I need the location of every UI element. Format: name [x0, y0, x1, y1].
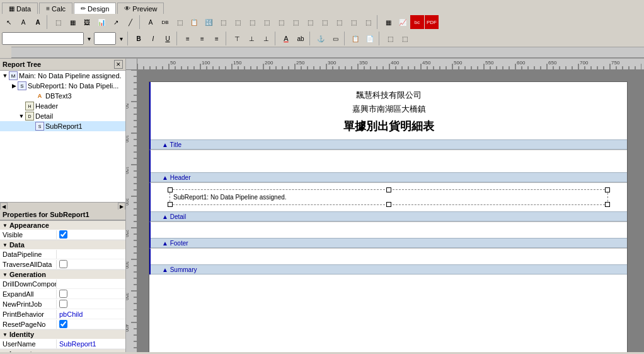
tool10[interactable]: DB	[158, 15, 172, 29]
tool6[interactable]: 📊	[95, 15, 108, 29]
tool12[interactable]: 📋	[187, 15, 201, 29]
svg-text:300: 300	[126, 261, 129, 269]
handle-tr[interactable]	[605, 187, 610, 192]
toolbar-row2: Arial ▾ 16 ▾ B I U ≡ ≡ ≡ ⊤ ⊥ ⊥ A ab ⚓ ▭ …	[0, 30, 644, 47]
tree-item-header[interactable]: H Header	[0, 101, 125, 111]
align-bottom-btn[interactable]: ⊥	[259, 32, 273, 45]
traverseall-checkbox[interactable]	[59, 260, 67, 268]
align-top-btn[interactable]: ⊤	[230, 32, 244, 45]
sep5	[176, 32, 179, 45]
props-section-identity-header[interactable]: ▼ Identity	[0, 330, 125, 339]
tab-preview[interactable]: 👁 Preview	[117, 3, 164, 14]
props-section-data-header[interactable]: ▼ Data	[0, 240, 125, 249]
resetpageno-checkbox[interactable]	[59, 320, 67, 328]
bold-btn[interactable]: B	[132, 32, 146, 45]
newprintjob-label: NewPrintJob	[0, 300, 57, 309]
font-name-input[interactable]: Arial	[2, 32, 84, 45]
props-row-username: UserName SubReport1	[0, 339, 125, 349]
font-dropdown-btn[interactable]: ▾	[84, 32, 93, 45]
pdf-btn[interactable]: PDF	[425, 15, 439, 29]
font-size-input[interactable]: 16	[94, 32, 116, 45]
frame-btn[interactable]: ▭	[328, 32, 342, 45]
tool13[interactable]: 🔣	[202, 15, 216, 29]
underline-btn[interactable]: U	[161, 32, 175, 45]
tool7[interactable]: ↗	[109, 15, 123, 29]
size-dropdown-btn[interactable]: ▾	[117, 32, 125, 45]
align-left-btn[interactable]: ≡	[181, 32, 195, 45]
tool11[interactable]: ⬚	[173, 15, 187, 29]
tool23[interactable]: ⬚	[347, 15, 360, 29]
tool21[interactable]: ⬚	[318, 15, 331, 29]
text-tool-btn[interactable]: A	[16, 15, 30, 29]
tool19[interactable]: ⬚	[289, 15, 302, 29]
layout-section-label: Layout	[9, 350, 32, 352]
expandall-checkbox[interactable]	[59, 290, 67, 298]
handle-br[interactable]	[605, 202, 610, 207]
table-btn[interactable]: ▦	[381, 15, 395, 29]
sep7	[275, 32, 277, 45]
tab-calc[interactable]: ≡ Calc	[39, 3, 72, 14]
tab-design[interactable]: ✏ Design	[74, 3, 116, 14]
tool14[interactable]: ⬚	[216, 15, 230, 29]
sub1-expand-arrow[interactable]: ▶	[10, 83, 18, 89]
tree-item-dbtext3-label: DBText3	[45, 92, 72, 100]
tool8[interactable]: ╱	[124, 15, 137, 29]
tool17[interactable]: ⬚	[260, 15, 273, 29]
handle-tm[interactable]	[386, 187, 391, 192]
tree-item-subreport1-leaf[interactable]: S SubReport1	[0, 121, 125, 131]
copy-fmt-btn[interactable]: 📋	[348, 32, 362, 45]
handle-tl[interactable]	[168, 187, 173, 192]
tool20[interactable]: ⬚	[303, 15, 317, 29]
arrow-tool-btn[interactable]: ↖	[2, 15, 16, 29]
detail-bar-label: ▲ Detail	[162, 213, 186, 220]
tool4[interactable]: ▦	[66, 15, 79, 29]
canvas-scroll[interactable]: 飄慧科技有限公司 嘉興市南湖區大橋鎮 單據別出貨明細表 ▲ Title	[137, 70, 644, 352]
tool24[interactable]: ⬚	[361, 15, 375, 29]
paste-fmt-btn[interactable]: 📄	[363, 32, 377, 45]
svg-text:200: 200	[265, 60, 273, 66]
newprintjob-checkbox[interactable]	[59, 300, 67, 308]
tool5[interactable]: 🖼	[80, 15, 94, 29]
anchor-btn[interactable]: ⚓	[314, 32, 328, 45]
tree-item-dbtext3[interactable]: A DBText3	[0, 91, 125, 101]
bold-text-btn[interactable]: A	[31, 15, 45, 29]
identity-section-label: Identity	[9, 331, 34, 338]
align-middle-btn[interactable]: ⊥	[244, 32, 258, 45]
title-section: 飄慧科技有限公司 嘉興市南湖區大橋鎮 單據別出貨明細表 ▲ Title	[149, 82, 627, 150]
tool16[interactable]: ⬚	[245, 15, 259, 29]
tree-item-detail[interactable]: ▼ D Detail	[0, 111, 125, 121]
main-expand-arrow[interactable]: ▼	[1, 73, 9, 79]
close-tree-btn[interactable]: ✕	[114, 60, 123, 69]
appearance-expand-icon: ▼	[3, 223, 8, 228]
tree-item-main[interactable]: ▼ M Main: No Data Pipeline assigned.	[0, 71, 125, 81]
tool9[interactable]: A	[144, 15, 158, 29]
italic-btn[interactable]: I	[146, 32, 160, 45]
align-right-btn[interactable]: ≡	[210, 32, 224, 45]
left-panel: Report Tree ✕ ▼ M Main: No Data Pipeline…	[0, 59, 126, 352]
footer-bar-label: ▲ Footer	[162, 240, 188, 247]
handle-bl[interactable]	[168, 202, 173, 207]
svg-text:700: 700	[580, 60, 589, 66]
tool15[interactable]: ⬚	[231, 15, 244, 29]
barcode-btn[interactable]: bc	[410, 15, 424, 29]
layout-expand-icon: ▼	[3, 351, 8, 353]
extra-btn[interactable]: ⬚	[383, 32, 397, 45]
tab-data[interactable]: ▦ Data	[2, 3, 38, 14]
tool22[interactable]: ⬚	[332, 15, 346, 29]
tool18[interactable]: ⬚	[274, 15, 288, 29]
tool3[interactable]: ⬚	[51, 15, 65, 29]
align-center-btn[interactable]: ≡	[195, 32, 209, 45]
font-color-btn[interactable]: A	[279, 32, 293, 45]
props-section-layout-header[interactable]: ▼ Layout	[0, 350, 125, 352]
handle-bm[interactable]	[386, 202, 391, 207]
v-ruler: 50100150200250300350400450500	[126, 70, 137, 352]
props-section-gen-header[interactable]: ▼ Generation	[0, 270, 125, 279]
preview-tab-icon: 👁	[124, 5, 130, 12]
extra-btn2[interactable]: ⬚	[398, 32, 411, 45]
chart-btn[interactable]: 📈	[396, 15, 410, 29]
visible-checkbox[interactable]	[59, 230, 67, 239]
highlight-btn[interactable]: ab	[294, 32, 308, 45]
props-section-appearance-header[interactable]: ▼ Appearance	[0, 221, 125, 230]
detail-expand-arrow[interactable]: ▼	[18, 113, 25, 119]
tree-item-subreport1-node[interactable]: ▶ S SubReport1: No Data Pipeli...	[0, 81, 125, 91]
